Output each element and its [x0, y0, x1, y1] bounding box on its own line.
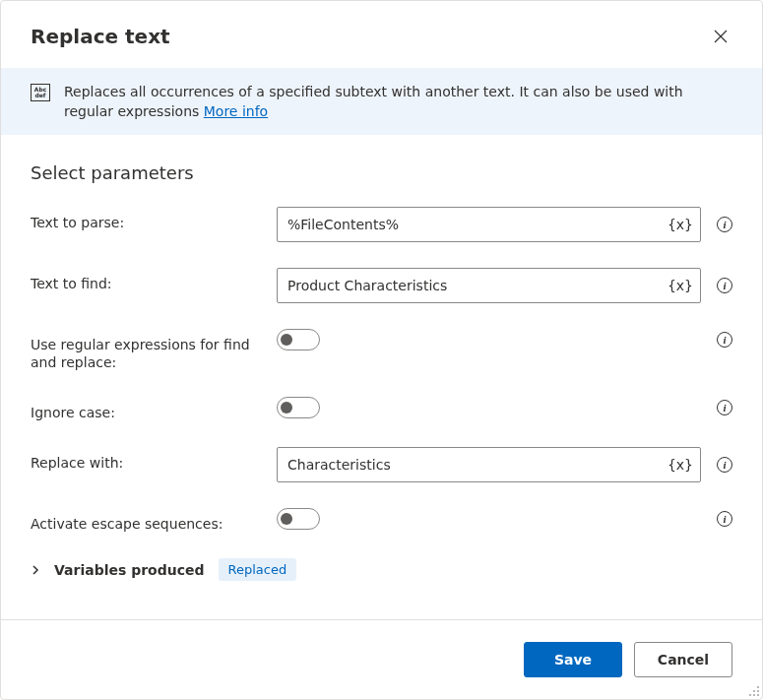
param-replace-with: Replace with: {x} i — [31, 447, 732, 482]
toggle-ignore-case[interactable] — [277, 397, 320, 418]
dialog-header: Replace text — [1, 1, 762, 68]
svg-point-1 — [753, 690, 755, 692]
info-icon[interactable]: i — [717, 217, 732, 232]
info-icon[interactable]: i — [717, 511, 732, 527]
variable-picker-icon[interactable]: {x} — [668, 457, 693, 473]
param-text-to-find: Text to find: {x} i — [31, 268, 732, 303]
param-text-to-parse: Text to parse: {x} i — [31, 207, 732, 242]
label-text-to-parse: Text to parse: — [31, 207, 277, 231]
replace-text-dialog: Replace text Abcdef Replaces all occurre… — [0, 0, 763, 700]
info-icon[interactable]: i — [717, 400, 732, 415]
input-text-to-parse[interactable] — [277, 207, 701, 242]
label-use-regex: Use regular expressions for find and rep… — [31, 329, 277, 371]
save-button[interactable]: Save — [524, 642, 622, 677]
more-info-link[interactable]: More info — [204, 103, 268, 119]
label-ignore-case: Ignore case: — [31, 397, 277, 421]
cancel-button[interactable]: Cancel — [634, 642, 732, 677]
toggle-activate-escape[interactable] — [277, 508, 320, 530]
close-button[interactable] — [705, 21, 736, 52]
dialog-footer: Save Cancel — [1, 619, 762, 699]
info-banner: Abcdef Replaces all occurrences of a spe… — [1, 68, 762, 135]
svg-point-5 — [757, 694, 759, 696]
variables-produced-label: Variables produced — [54, 562, 205, 578]
info-icon[interactable]: i — [717, 332, 732, 348]
section-heading: Select parameters — [31, 162, 732, 183]
param-use-regex: Use regular expressions for find and rep… — [31, 329, 732, 371]
label-replace-with: Replace with: — [31, 447, 277, 472]
abc-def-icon: Abcdef — [31, 84, 50, 101]
param-ignore-case: Ignore case: i — [31, 397, 732, 421]
input-text-to-find[interactable] — [277, 268, 701, 303]
dialog-title: Replace text — [31, 25, 170, 48]
close-icon — [714, 30, 728, 43]
info-banner-text: Replaces all occurrences of a specified … — [64, 82, 732, 121]
svg-point-4 — [753, 694, 755, 696]
svg-point-2 — [757, 690, 759, 692]
label-text-to-find: Text to find: — [31, 268, 277, 292]
input-replace-with[interactable] — [277, 447, 701, 482]
dialog-content: Select parameters Text to parse: {x} i T… — [1, 135, 762, 619]
variable-badge[interactable]: Replaced — [219, 558, 297, 581]
svg-point-3 — [749, 694, 751, 696]
toggle-use-regex[interactable] — [277, 329, 320, 350]
info-icon[interactable]: i — [717, 457, 732, 473]
resize-grip-icon[interactable] — [748, 685, 760, 697]
info-icon[interactable]: i — [717, 278, 732, 293]
svg-point-0 — [757, 686, 759, 688]
variables-produced-row[interactable]: Variables produced Replaced — [31, 558, 732, 581]
label-activate-escape: Activate escape sequences: — [31, 508, 277, 533]
variable-picker-icon[interactable]: {x} — [668, 217, 693, 232]
chevron-right-icon — [31, 565, 40, 575]
param-activate-escape: Activate escape sequences: i — [31, 508, 732, 533]
variable-picker-icon[interactable]: {x} — [668, 278, 693, 293]
